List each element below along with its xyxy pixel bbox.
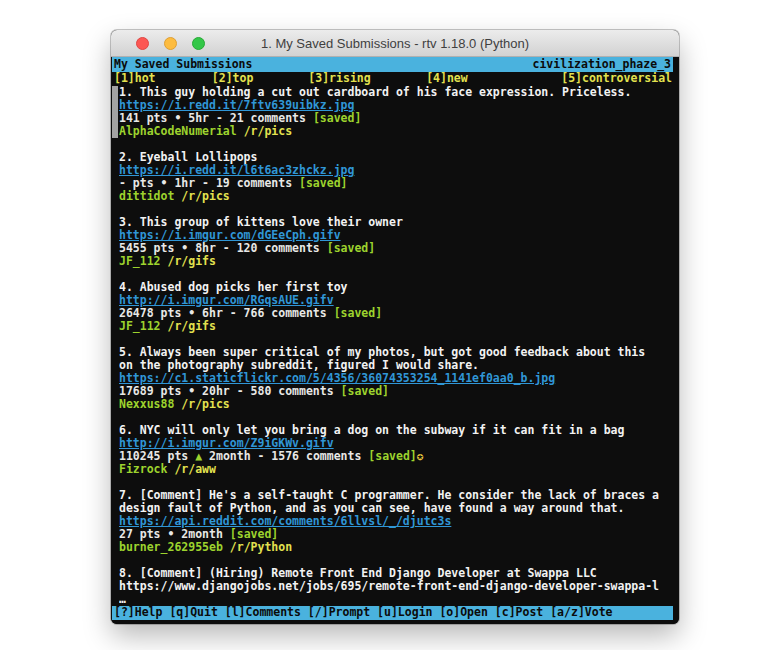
page-title: My Saved Submissions <box>114 58 252 71</box>
logged-in-username: civilization_phaze_3 <box>533 58 671 71</box>
submission-title: 1. This guy holding a cut out cardboard … <box>119 86 664 99</box>
submission-stats: 141 pts • 5hr - 21 comments [saved] <box>119 112 664 125</box>
submission-author: JF_112 <box>119 320 161 333</box>
stats-segment: 5455 pts • 8hr - 120 comments <box>119 242 327 255</box>
stats-segment: [saved] <box>327 242 375 255</box>
submission-byline: JF_112 /r/gifs <box>119 320 664 333</box>
submission-url[interactable]: https://api.reddit.com/comments/6llvsl/_… <box>119 515 664 528</box>
submission-subreddit: /r/gifs <box>161 255 216 268</box>
item-gap <box>112 268 673 281</box>
submission-stats: 17689 pts • 20hr - 580 comments [saved] <box>119 385 664 398</box>
submission-stats: 26478 pts • 6hr - 766 comments [saved] <box>119 307 664 320</box>
gilded-star-icon: ✪ <box>417 450 424 463</box>
window-title: 1. My Saved Submissions - rtv 1.18.0 (Py… <box>111 36 679 51</box>
stats-segment: 26478 pts • 6hr - 766 comments <box>119 307 334 320</box>
submission-url[interactable]: https://i.imgur.com/dGEeCph.gifv <box>119 229 664 242</box>
submission-subreddit: /r/gifs <box>161 320 216 333</box>
submission-title: 3. This group of kittens love their owne… <box>119 216 664 229</box>
sort-menu: [1]hot[2]top[3]rising[4]new[5]controvers… <box>112 72 673 86</box>
item-gap <box>112 138 673 151</box>
submission-author: Fizrock <box>119 463 167 476</box>
submission-subreddit: /r/pics <box>174 398 229 411</box>
submission-byline: Fizrock /r/aww <box>119 463 664 476</box>
item-gap <box>112 554 673 567</box>
stats-segment: [saved] <box>334 307 382 320</box>
menu-controversial[interactable]: [5]controversial <box>561 72 672 85</box>
menu-top[interactable]: [2]top <box>212 72 254 85</box>
stats-segment: 2month - 1576 comments <box>202 450 368 463</box>
menu-new[interactable]: [4]new <box>426 72 468 85</box>
submission-text-line: https://www.djangojobs.net/jobs/695/remo… <box>119 580 672 593</box>
terminal-screen: My Saved Submissions civilization_phaze_… <box>111 57 679 624</box>
menu-hot[interactable]: [1]hot <box>114 72 156 85</box>
item-gap <box>112 476 673 489</box>
stats-segment: [saved] <box>313 112 361 125</box>
submission-url[interactable]: https://c1.staticflickr.com/5/4356/36074… <box>119 372 664 385</box>
submission-author: burner_262955eb <box>119 541 223 554</box>
submission-1: 1. This guy holding a cut out cardboard … <box>112 86 673 138</box>
status-bar: My Saved Submissions civilization_phaze_… <box>112 57 673 72</box>
submission-byline: burner_262955eb /r/Python <box>119 541 664 554</box>
submission-title: 8. [Comment] (Hiring) Remote Front End D… <box>119 567 664 580</box>
help-bar[interactable]: [?]Help [q]Quit [l]Comments [/]Prompt [u… <box>112 606 673 620</box>
window-titlebar[interactable]: 1. My Saved Submissions - rtv 1.18.0 (Py… <box>111 30 679 57</box>
submission-title: 2. Eyeball Lollipops <box>119 151 664 164</box>
submission-subreddit: /r/pics <box>174 190 229 203</box>
stats-segment: [saved] <box>341 385 389 398</box>
submission-5: 5. Always been super critical of my phot… <box>112 346 673 411</box>
stats-segment: [saved] <box>230 528 278 541</box>
stats-segment: [saved] <box>299 177 347 190</box>
stats-segment: 27 pts • 2month <box>119 528 230 541</box>
submission-2: 2. Eyeball Lollipopshttps://i.redd.it/l6… <box>112 151 673 203</box>
submission-6: 6. NYC will only let you bring a dog on … <box>112 424 673 476</box>
stats-segment: 110245 pts <box>119 450 195 463</box>
submission-subreddit: /r/Python <box>223 541 292 554</box>
submission-text-line: … <box>119 593 672 606</box>
submission-title: 5. Always been super critical of my phot… <box>119 346 664 372</box>
submission-author: JF_112 <box>119 255 161 268</box>
submission-url[interactable]: http://i.imgur.com/RGqsAUE.gifv <box>119 294 664 307</box>
submission-stats: 27 pts • 2month [saved] <box>119 528 664 541</box>
submission-subreddit: /r/aww <box>167 463 215 476</box>
submission-author: AlphaCodeNumerial <box>119 125 237 138</box>
submission-7: 7. [Comment] He's a self-taught C progra… <box>112 489 673 554</box>
submission-url[interactable]: https://i.redd.it/7ftv639uibkz.jpg <box>119 99 664 112</box>
submission-title: 7. [Comment] He's a self-taught C progra… <box>119 489 664 515</box>
submission-8: 8. [Comment] (Hiring) Remote Front End D… <box>112 567 673 606</box>
item-gap <box>112 411 673 424</box>
submission-4: 4. Abused dog picks her first toyhttp://… <box>112 281 673 333</box>
submission-byline: dittidot /r/pics <box>119 190 664 203</box>
submission-author: dittidot <box>119 190 174 203</box>
submission-byline: AlphaCodeNumerial /r/pics <box>119 125 664 138</box>
stats-segment: 17689 pts • 20hr - 580 comments <box>119 385 341 398</box>
submission-title: 4. Abused dog picks her first toy <box>119 281 664 294</box>
submission-url[interactable]: https://i.redd.it/l6t6ac3zhckz.jpg <box>119 164 664 177</box>
submission-byline: JF_112 /r/gifs <box>119 255 664 268</box>
item-gap <box>112 333 673 346</box>
selection-cursor <box>112 86 118 138</box>
submission-author: Nexxus88 <box>119 398 174 411</box>
submission-byline: Nexxus88 /r/pics <box>119 398 664 411</box>
submission-stats: 5455 pts • 8hr - 120 comments [saved] <box>119 242 664 255</box>
menu-rising[interactable]: [3]rising <box>308 72 370 85</box>
submission-stats: 110245 pts ▲ 2month - 1576 comments [sav… <box>119 450 664 463</box>
stats-segment: [saved] <box>368 450 416 463</box>
stats-segment: - pts • 1hr - 19 comments <box>119 177 299 190</box>
terminal-window: 1. My Saved Submissions - rtv 1.18.0 (Py… <box>111 30 679 624</box>
submission-stats: - pts • 1hr - 19 comments [saved] <box>119 177 664 190</box>
submission-subreddit: /r/pics <box>237 125 292 138</box>
submission-3: 3. This group of kittens love their owne… <box>112 216 673 268</box>
item-gap <box>112 203 673 216</box>
submission-title: 6. NYC will only let you bring a dog on … <box>119 424 664 437</box>
submission-list: 1. This guy holding a cut out cardboard … <box>112 86 673 606</box>
stats-segment: 141 pts • 5hr - 21 comments <box>119 112 313 125</box>
submission-url[interactable]: http://i.imgur.com/Z9iGKWv.gifv <box>119 437 664 450</box>
